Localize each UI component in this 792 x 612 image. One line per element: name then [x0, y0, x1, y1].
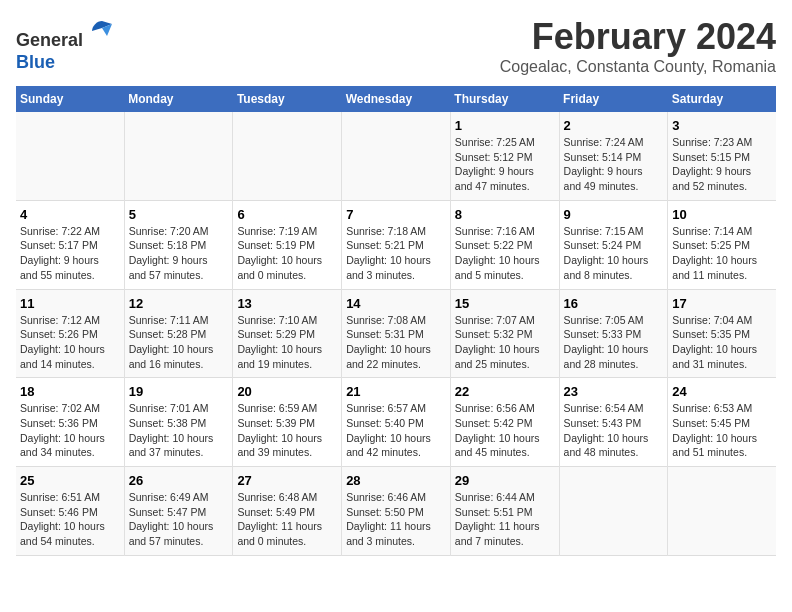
day-number: 12 — [129, 296, 229, 311]
col-friday: Friday — [559, 86, 668, 112]
day-number: 8 — [455, 207, 555, 222]
day-number: 19 — [129, 384, 229, 399]
day-number: 25 — [20, 473, 120, 488]
day-number: 24 — [672, 384, 772, 399]
day-info: Sunrise: 7:23 AMSunset: 5:15 PMDaylight:… — [672, 135, 772, 194]
calendar-cell: 25Sunrise: 6:51 AMSunset: 5:46 PMDayligh… — [16, 467, 124, 556]
day-number: 13 — [237, 296, 337, 311]
day-info: Sunrise: 6:57 AMSunset: 5:40 PMDaylight:… — [346, 401, 446, 460]
logo-bird-icon — [87, 16, 117, 46]
calendar-cell: 5Sunrise: 7:20 AMSunset: 5:18 PMDaylight… — [124, 200, 233, 289]
week-row-3: 11Sunrise: 7:12 AMSunset: 5:26 PMDayligh… — [16, 289, 776, 378]
day-number: 17 — [672, 296, 772, 311]
calendar-cell — [233, 112, 342, 200]
calendar-cell: 22Sunrise: 6:56 AMSunset: 5:42 PMDayligh… — [450, 378, 559, 467]
calendar-cell: 28Sunrise: 6:46 AMSunset: 5:50 PMDayligh… — [342, 467, 451, 556]
calendar-cell: 8Sunrise: 7:16 AMSunset: 5:22 PMDaylight… — [450, 200, 559, 289]
day-number: 4 — [20, 207, 120, 222]
calendar-cell: 18Sunrise: 7:02 AMSunset: 5:36 PMDayligh… — [16, 378, 124, 467]
col-tuesday: Tuesday — [233, 86, 342, 112]
day-number: 18 — [20, 384, 120, 399]
day-info: Sunrise: 6:51 AMSunset: 5:46 PMDaylight:… — [20, 490, 120, 549]
calendar-cell: 13Sunrise: 7:10 AMSunset: 5:29 PMDayligh… — [233, 289, 342, 378]
day-info: Sunrise: 7:05 AMSunset: 5:33 PMDaylight:… — [564, 313, 664, 372]
week-row-1: 1Sunrise: 7:25 AMSunset: 5:12 PMDaylight… — [16, 112, 776, 200]
day-number: 20 — [237, 384, 337, 399]
calendar-cell: 7Sunrise: 7:18 AMSunset: 5:21 PMDaylight… — [342, 200, 451, 289]
header-row: Sunday Monday Tuesday Wednesday Thursday… — [16, 86, 776, 112]
day-number: 29 — [455, 473, 555, 488]
calendar-cell: 11Sunrise: 7:12 AMSunset: 5:26 PMDayligh… — [16, 289, 124, 378]
day-number: 2 — [564, 118, 664, 133]
calendar-cell: 6Sunrise: 7:19 AMSunset: 5:19 PMDaylight… — [233, 200, 342, 289]
day-info: Sunrise: 7:12 AMSunset: 5:26 PMDaylight:… — [20, 313, 120, 372]
day-info: Sunrise: 7:25 AMSunset: 5:12 PMDaylight:… — [455, 135, 555, 194]
day-number: 14 — [346, 296, 446, 311]
day-number: 23 — [564, 384, 664, 399]
calendar-cell: 21Sunrise: 6:57 AMSunset: 5:40 PMDayligh… — [342, 378, 451, 467]
calendar-cell: 3Sunrise: 7:23 AMSunset: 5:15 PMDaylight… — [668, 112, 776, 200]
week-row-5: 25Sunrise: 6:51 AMSunset: 5:46 PMDayligh… — [16, 467, 776, 556]
day-info: Sunrise: 7:16 AMSunset: 5:22 PMDaylight:… — [455, 224, 555, 283]
col-sunday: Sunday — [16, 86, 124, 112]
calendar-cell: 29Sunrise: 6:44 AMSunset: 5:51 PMDayligh… — [450, 467, 559, 556]
day-info: Sunrise: 7:01 AMSunset: 5:38 PMDaylight:… — [129, 401, 229, 460]
calendar-cell: 15Sunrise: 7:07 AMSunset: 5:32 PMDayligh… — [450, 289, 559, 378]
day-info: Sunrise: 7:19 AMSunset: 5:19 PMDaylight:… — [237, 224, 337, 283]
day-number: 5 — [129, 207, 229, 222]
calendar-body: 1Sunrise: 7:25 AMSunset: 5:12 PMDaylight… — [16, 112, 776, 555]
day-number: 10 — [672, 207, 772, 222]
calendar-cell: 26Sunrise: 6:49 AMSunset: 5:47 PMDayligh… — [124, 467, 233, 556]
calendar-cell: 27Sunrise: 6:48 AMSunset: 5:49 PMDayligh… — [233, 467, 342, 556]
day-info: Sunrise: 7:10 AMSunset: 5:29 PMDaylight:… — [237, 313, 337, 372]
day-info: Sunrise: 7:22 AMSunset: 5:17 PMDaylight:… — [20, 224, 120, 283]
day-info: Sunrise: 7:20 AMSunset: 5:18 PMDaylight:… — [129, 224, 229, 283]
calendar-cell: 20Sunrise: 6:59 AMSunset: 5:39 PMDayligh… — [233, 378, 342, 467]
calendar-cell: 16Sunrise: 7:05 AMSunset: 5:33 PMDayligh… — [559, 289, 668, 378]
day-info: Sunrise: 6:54 AMSunset: 5:43 PMDaylight:… — [564, 401, 664, 460]
day-number: 27 — [237, 473, 337, 488]
calendar-cell — [16, 112, 124, 200]
day-number: 22 — [455, 384, 555, 399]
col-wednesday: Wednesday — [342, 86, 451, 112]
day-number: 1 — [455, 118, 555, 133]
col-saturday: Saturday — [668, 86, 776, 112]
calendar-cell: 1Sunrise: 7:25 AMSunset: 5:12 PMDaylight… — [450, 112, 559, 200]
calendar-cell: 2Sunrise: 7:24 AMSunset: 5:14 PMDaylight… — [559, 112, 668, 200]
calendar-cell: 19Sunrise: 7:01 AMSunset: 5:38 PMDayligh… — [124, 378, 233, 467]
logo-general: General — [16, 30, 83, 50]
day-info: Sunrise: 7:15 AMSunset: 5:24 PMDaylight:… — [564, 224, 664, 283]
day-number: 26 — [129, 473, 229, 488]
calendar-cell: 23Sunrise: 6:54 AMSunset: 5:43 PMDayligh… — [559, 378, 668, 467]
day-number: 11 — [20, 296, 120, 311]
day-number: 28 — [346, 473, 446, 488]
title-block: February 2024 Cogealac, Constanta County… — [500, 16, 776, 76]
day-info: Sunrise: 6:44 AMSunset: 5:51 PMDaylight:… — [455, 490, 555, 549]
day-info: Sunrise: 7:24 AMSunset: 5:14 PMDaylight:… — [564, 135, 664, 194]
week-row-2: 4Sunrise: 7:22 AMSunset: 5:17 PMDaylight… — [16, 200, 776, 289]
calendar-table: Sunday Monday Tuesday Wednesday Thursday… — [16, 86, 776, 556]
calendar-cell: 4Sunrise: 7:22 AMSunset: 5:17 PMDaylight… — [16, 200, 124, 289]
calendar-cell: 9Sunrise: 7:15 AMSunset: 5:24 PMDaylight… — [559, 200, 668, 289]
logo: General Blue — [16, 16, 117, 73]
calendar-cell: 12Sunrise: 7:11 AMSunset: 5:28 PMDayligh… — [124, 289, 233, 378]
day-info: Sunrise: 6:48 AMSunset: 5:49 PMDaylight:… — [237, 490, 337, 549]
calendar-cell: 14Sunrise: 7:08 AMSunset: 5:31 PMDayligh… — [342, 289, 451, 378]
day-info: Sunrise: 6:56 AMSunset: 5:42 PMDaylight:… — [455, 401, 555, 460]
day-number: 3 — [672, 118, 772, 133]
day-info: Sunrise: 6:53 AMSunset: 5:45 PMDaylight:… — [672, 401, 772, 460]
week-row-4: 18Sunrise: 7:02 AMSunset: 5:36 PMDayligh… — [16, 378, 776, 467]
day-info: Sunrise: 6:59 AMSunset: 5:39 PMDaylight:… — [237, 401, 337, 460]
day-number: 21 — [346, 384, 446, 399]
day-info: Sunrise: 7:07 AMSunset: 5:32 PMDaylight:… — [455, 313, 555, 372]
day-info: Sunrise: 7:11 AMSunset: 5:28 PMDaylight:… — [129, 313, 229, 372]
day-info: Sunrise: 7:04 AMSunset: 5:35 PMDaylight:… — [672, 313, 772, 372]
day-info: Sunrise: 7:14 AMSunset: 5:25 PMDaylight:… — [672, 224, 772, 283]
page-header: General Blue February 2024 Cogealac, Con… — [16, 16, 776, 76]
calendar-cell: 24Sunrise: 6:53 AMSunset: 5:45 PMDayligh… — [668, 378, 776, 467]
col-thursday: Thursday — [450, 86, 559, 112]
page-subtitle: Cogealac, Constanta County, Romania — [500, 58, 776, 76]
calendar-cell — [124, 112, 233, 200]
day-info: Sunrise: 7:18 AMSunset: 5:21 PMDaylight:… — [346, 224, 446, 283]
day-number: 15 — [455, 296, 555, 311]
